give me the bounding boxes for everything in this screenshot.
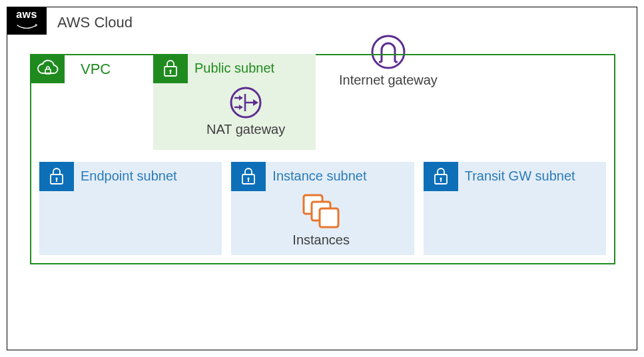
nat-gateway-label: NAT gateway: [206, 122, 285, 137]
endpoint-subnet: Endpoint subnet: [39, 162, 222, 255]
lock-icon: [161, 59, 180, 79]
svg-rect-23: [320, 208, 338, 227]
public-subnet-badge: [153, 54, 188, 83]
vpc-badge: [30, 54, 65, 83]
aws-cloud-label: AWS Cloud: [57, 14, 133, 31]
instance-subnet-label: Instance subnet: [272, 169, 366, 184]
lock-icon: [432, 167, 450, 186]
private-subnet-badge: [231, 162, 266, 191]
aws-logo-badge: aws: [7, 7, 47, 35]
lock-icon: [239, 167, 258, 186]
vpc-container: VPC Public subnet: [30, 54, 615, 264]
private-subnet-badge: [424, 162, 458, 191]
aws-logo-text: aws: [15, 9, 38, 20]
lock-icon: [47, 167, 66, 186]
aws-cloud-container: aws AWS Cloud Internet gateway VPC: [7, 7, 637, 350]
instances-label: Instances: [292, 232, 350, 248]
nat-gateway-icon: [229, 86, 262, 119]
instance-subnet: Instance subnet Instances: [231, 162, 414, 255]
private-subnet-row: Endpoint subnet Instance subnet: [39, 162, 606, 255]
transit-gw-subnet: Transit GW subnet: [424, 162, 606, 255]
public-subnet-label: Public subnet: [194, 61, 274, 76]
svg-marker-14: [253, 99, 258, 106]
svg-marker-11: [239, 105, 242, 110]
endpoint-subnet-label: Endpoint subnet: [81, 169, 177, 184]
aws-smile-icon: [15, 24, 38, 29]
instances-icon: [301, 192, 341, 230]
svg-marker-9: [239, 95, 242, 101]
cloud-lock-icon: [35, 59, 59, 79]
public-subnet: Public subnet NAT gateway: [153, 54, 316, 150]
nat-gateway: NAT gateway: [206, 86, 285, 137]
instances: Instances: [292, 192, 350, 248]
private-subnet-badge: [39, 162, 74, 191]
transit-gw-subnet-label: Transit GW subnet: [465, 169, 575, 184]
vpc-label: VPC: [81, 61, 111, 78]
